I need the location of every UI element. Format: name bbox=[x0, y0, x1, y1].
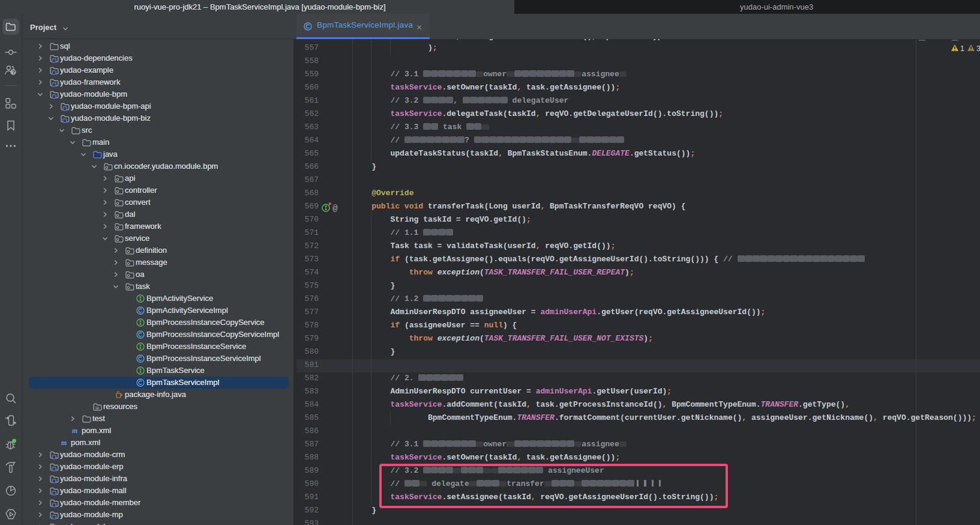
svg-text:m: m bbox=[72, 426, 77, 435]
svg-text:@: @ bbox=[332, 204, 338, 213]
svg-text:1: 1 bbox=[960, 44, 964, 53]
svg-text:3: 3 bbox=[976, 44, 980, 53]
svg-text:m: m bbox=[61, 439, 67, 447]
svg-text:?: ? bbox=[12, 69, 15, 75]
